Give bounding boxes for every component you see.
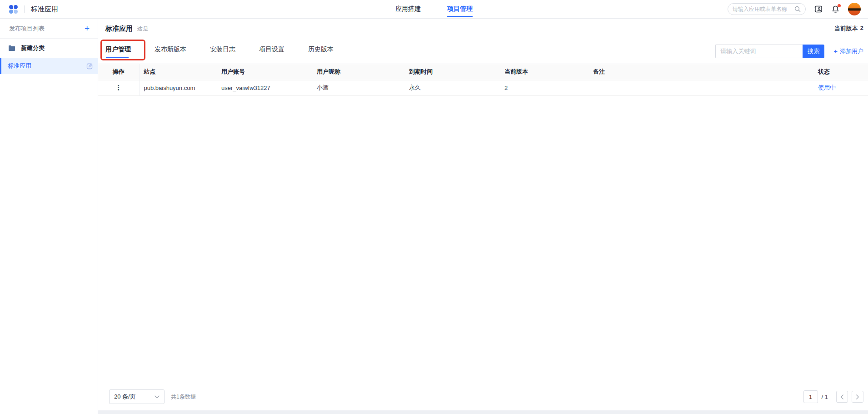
column-header-site: 站点 [139,64,217,80]
row-account-cell: user_vaiwfw31227 [217,80,312,95]
tab-strip: 用户管理 发布新版本 安装日志 项目设置 历史版本 搜索 + 添加用户 [98,39,868,64]
search-button[interactable]: 搜索 [803,45,824,58]
main-area: 标准应用 这是 当前版本 2 用户管理 发布新版本 安装日志 项目设置 历史版本 [98,19,868,414]
add-project-icon[interactable]: + [85,24,90,33]
folder-icon [8,45,15,51]
column-header-remark: 备注 [589,64,813,80]
tab-install-log[interactable]: 安装日志 [210,43,235,60]
nav-tab-app-build[interactable]: 应用搭建 [395,0,421,18]
sidebar-item-label: 新建分类 [21,44,45,52]
table-header-row: 操作 站点 用户账号 用户昵称 到期时间 当前版本 备注 状态 [98,64,868,80]
current-version-label: 当前版本 [834,25,858,33]
keyword-search-input[interactable] [715,45,803,58]
table-toolbar: 搜索 + 添加用户 [715,45,863,58]
row-nickname-cell: 小酒 [312,80,404,95]
row-expire-cell: 永久 [404,80,500,95]
content-spacer [98,96,868,390]
nav-tab-project-manage[interactable]: 项目管理 [447,0,473,18]
column-header-action: 操作 [98,64,139,80]
app-title: 标准应用 [31,5,58,14]
edit-icon[interactable] [86,63,93,70]
current-version-value: 2 [860,25,863,33]
global-search-input[interactable] [733,6,792,12]
add-user-label: 添加用户 [840,47,863,55]
page-number-input[interactable] [803,390,818,403]
column-header-status: 状态 [813,64,868,80]
tab-project-settings[interactable]: 项目设置 [259,43,284,60]
sidebar: 发布项目列表 + 新建分类 标准应用 [0,19,98,414]
contact-card-icon[interactable] [814,5,823,14]
status-badge[interactable]: 使用中 [818,84,836,91]
sidebar-item-category[interactable]: 新建分类 [0,39,98,58]
add-user-button[interactable]: + 添加用户 [833,47,863,55]
column-header-account: 用户账号 [217,64,312,80]
content-tabs: 用户管理 发布新版本 安装日志 项目设置 历史版本 [105,43,334,60]
current-version: 当前版本 2 [834,25,863,33]
page-size-value: 20 条/页 [114,393,136,401]
pager: / 1 [803,390,863,403]
tab-history-version[interactable]: 历史版本 [308,43,334,60]
sidebar-item-project-selected[interactable]: 标准应用 [0,58,98,74]
app-logo-icon [9,5,18,14]
prev-page-button[interactable] [836,391,848,403]
content-card: 标准应用 这是 当前版本 2 用户管理 发布新版本 安装日志 项目设置 历史版本 [98,19,868,410]
chevron-down-icon [155,395,160,399]
tab-publish-version[interactable]: 发布新版本 [155,43,186,60]
next-page-button[interactable] [852,391,863,403]
user-table: 操作 站点 用户账号 用户昵称 到期时间 当前版本 备注 状态 ⋮ [98,64,868,96]
page-title: 标准应用 [105,25,133,33]
chevron-right-icon [856,394,859,399]
content-header: 标准应用 这是 当前版本 2 [98,19,868,39]
tab-user-manage[interactable]: 用户管理 [105,43,131,60]
notification-bell-icon[interactable] [831,5,840,14]
total-count-label: 共1条数据 [171,393,196,401]
more-actions-icon[interactable]: ⋮ [115,84,122,91]
row-site-cell: pub.baishuyun.com [139,80,217,95]
user-avatar[interactable] [848,3,861,15]
row-status-cell: 使用中 [813,80,868,95]
row-remark-cell [589,80,813,95]
plus-icon: + [833,48,838,55]
sidebar-title: 发布项目列表 [9,25,45,33]
top-header: 标准应用 应用搭建 项目管理 [0,0,868,19]
header-divider [24,5,25,13]
column-header-version: 当前版本 [500,64,589,80]
global-search[interactable] [728,3,806,15]
row-version-cell: 2 [500,80,589,95]
page-total-label: / 1 [822,394,828,400]
top-nav: 应用搭建 项目管理 [395,0,473,18]
pagination-bar: 20 条/页 共1条数据 / 1 [98,389,868,410]
table-row: ⋮ pub.baishuyun.com user_vaiwfw31227 小酒 … [98,80,868,95]
header-right [728,3,861,15]
page-size-select[interactable]: 20 条/页 [109,389,165,404]
sidebar-header: 发布项目列表 + [0,19,98,39]
notification-badge [838,4,841,7]
row-action-cell: ⋮ [98,80,139,95]
column-header-expire: 到期时间 [404,64,500,80]
chevron-left-icon [840,394,844,399]
column-header-nickname: 用户昵称 [312,64,404,80]
sidebar-item-label: 标准应用 [8,62,31,70]
page-subtitle: 这是 [137,25,148,33]
search-icon[interactable] [794,6,801,12]
